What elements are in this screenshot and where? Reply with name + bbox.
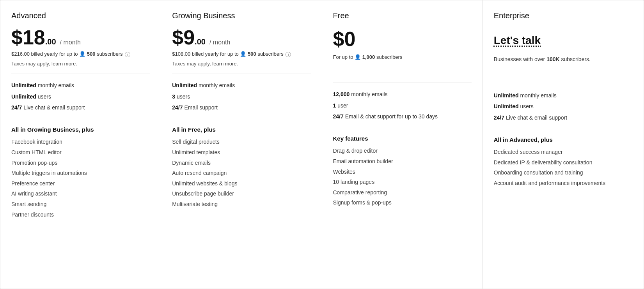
price-row-growing: $9 .00 / month [172,27,310,48]
enterprise-desc: Businesses with over 100K subscribers. [494,55,633,63]
list-item: Account audit and performance improvemen… [494,178,633,189]
list-item: Custom HTML editor [11,147,150,158]
plan-advanced: Advanced $18 .00 / month $216.00 billed … [0,0,161,289]
list-item: Dynamic emails [172,158,310,168]
divider1-enterprise [494,84,633,84]
feature-list-growing: Sell digital products Unlimited template… [172,137,310,209]
list-item: Websites [333,167,472,177]
feature-main-free-1: 1 user [333,101,472,110]
list-item: Unsubscribe page builder [172,189,310,199]
list-item: Promotion pop-ups [11,158,150,168]
subscribers-icon-advanced: 👤 [79,51,87,57]
price-row-advanced: $18 .00 / month [11,27,150,48]
tax-note-growing: Taxes may apply, learn more. [172,61,310,67]
list-item: Sell digital products [172,137,310,147]
learn-more-advanced[interactable]: learn more [51,61,76,67]
price-period-growing: / month [209,39,230,46]
pricing-grid: Advanced $18 .00 / month $216.00 billed … [0,0,644,289]
list-item: Email automation builder [333,156,472,167]
feature-main-enterprise-0: Unlimited monthly emails [494,91,633,100]
feature-list-free: Drag & drop editor Email automation buil… [333,146,472,208]
feature-list-advanced: Facebook integration Custom HTML editor … [11,137,150,220]
price-row-free: $0 [333,27,472,51]
list-item: Preference center [11,178,150,189]
list-item: AI writing assistant [11,189,150,199]
divider1-advanced [11,74,150,74]
list-item: Facebook integration [11,137,150,147]
billing-info-advanced: $216.00 billed yearly for up to 👤 500 su… [11,51,150,58]
plan-enterprise: Enterprise Let's talk Businesses with ov… [483,0,644,289]
list-item: Dedicated IP & deliverability consultati… [494,157,633,168]
features-main-enterprise: Unlimited monthly emails Unlimited users… [494,91,633,122]
feature-main-advanced-0: Unlimited monthly emails [11,81,150,90]
subscribers-icon-growing: 👤 [240,51,248,57]
plan-name-free: Free [333,11,472,20]
price-cents-advanced: .00 [45,37,56,46]
list-item: 10 landing pages [333,177,472,187]
subscribers-icon-free: 👤 [355,54,362,60]
list-item: Onboarding consultation and training [494,167,633,178]
price-whole-growing: $9 [172,27,195,48]
section-title-advanced: All in Growing Business, plus [11,126,150,133]
list-item: Multiple triggers in automations [11,168,150,178]
feature-list-enterprise: Dedicated success manager Dedicated IP &… [494,147,633,188]
plan-free: Free $0 For up to 👤 1,000 subscribers 12… [322,0,483,289]
divider2-enterprise [494,129,633,129]
billing-info-free: For up to 👤 1,000 subscribers [333,54,472,61]
divider1-growing [172,74,310,74]
list-item: Smart sending [11,199,150,210]
price-whole-free: $0 [333,27,356,51]
plan-name-growing: Growing Business [172,11,310,20]
list-item: Comparative reporting [333,187,472,198]
divider2-free [333,128,472,128]
list-item: Drag & drop editor [333,146,472,156]
list-item: Multivariate testing [172,199,310,210]
feature-main-growing-2: 24/7 Email support [172,103,310,112]
divider1-free [333,83,472,83]
tax-note-advanced: Taxes may apply, learn more. [11,61,150,67]
plan-name-advanced: Advanced [11,11,150,20]
lets-talk-heading: Let's talk [494,34,541,47]
feature-main-free-2: 24/7 Email & chat support for up to 30 d… [333,112,472,121]
price-whole-advanced: $18 [11,27,45,48]
features-main-free: 12,000 monthly emails 1 user 24/7 Email … [333,90,472,121]
section-title-free: Key features [333,135,472,142]
list-item: Partner discounts [11,210,150,220]
divider2-advanced [11,119,150,119]
section-title-enterprise: All in Advanced, plus [494,136,633,143]
section-title-growing: All in Free, plus [172,126,310,133]
learn-more-growing[interactable]: learn more [212,61,236,67]
list-item: Dedicated success manager [494,147,633,157]
feature-main-growing-0: Unlimited monthly emails [172,81,310,90]
price-period-advanced: / month [60,39,81,46]
feature-main-advanced-1: Unlimited users [11,92,150,101]
info-icon-advanced[interactable]: i [125,52,130,57]
features-main-growing: Unlimited monthly emails 3 users 24/7 Em… [172,81,310,112]
feature-main-free-0: 12,000 monthly emails [333,90,472,99]
list-item: Auto resend campaign [172,168,310,178]
billing-info-growing: $108.00 billed yearly for up to 👤 500 su… [172,51,310,58]
feature-main-advanced-2: 24/7 Live chat & email support [11,103,150,112]
list-item: Signup forms & pop-ups [333,197,472,208]
info-icon-growing[interactable]: i [286,52,291,57]
feature-main-growing-1: 3 users [172,92,310,101]
divider2-growing [172,119,310,119]
features-main-advanced: Unlimited monthly emails Unlimited users… [11,81,150,112]
plan-name-enterprise: Enterprise [494,11,633,20]
price-cents-growing: .00 [195,37,206,46]
feature-main-enterprise-1: Unlimited users [494,102,633,111]
list-item: Unlimited templates [172,147,310,158]
feature-main-enterprise-2: 24/7 Live chat & email support [494,113,633,122]
plan-growing-business: Growing Business $9 .00 / month $108.00 … [161,0,322,289]
list-item: Unlimited websites & blogs [172,178,310,189]
